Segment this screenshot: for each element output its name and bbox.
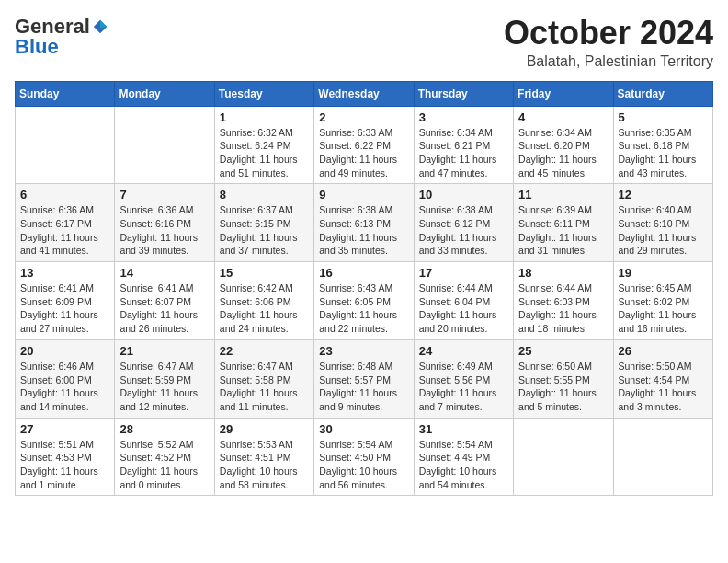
day-info: Sunrise: 5:54 AMSunset: 4:50 PMDaylight:… [319,438,408,492]
day-info: Sunrise: 6:43 AMSunset: 6:05 PMDaylight:… [319,282,408,336]
day-number: 26 [619,344,708,358]
calendar-cell: 28Sunrise: 5:52 AMSunset: 4:52 PMDayligh… [115,418,214,496]
calendar-cell: 15Sunrise: 6:42 AMSunset: 6:06 PMDayligh… [214,262,313,340]
day-info: Sunrise: 6:47 AMSunset: 5:59 PMDaylight:… [119,360,209,414]
calendar-cell: 11Sunrise: 6:39 AMSunset: 6:11 PMDayligh… [514,184,613,262]
day-info: Sunrise: 6:33 AMSunset: 6:22 PMDaylight:… [319,126,408,180]
calendar-cell: 7Sunrise: 6:36 AMSunset: 6:16 PMDaylight… [115,184,214,262]
day-number: 10 [419,188,508,201]
day-info: Sunrise: 6:38 AMSunset: 6:12 PMDaylight:… [419,203,508,258]
day-number: 14 [119,266,209,280]
calendar-cell [16,106,115,184]
day-info: Sunrise: 6:32 AMSunset: 6:24 PMDaylight:… [220,126,309,180]
title-section: October 2024 Balatah, Palestinian Territ… [504,15,713,70]
logo: General Blue [15,15,108,59]
calendar-week-5: 27Sunrise: 5:51 AMSunset: 4:53 PMDayligh… [16,418,713,496]
day-info: Sunrise: 5:51 AMSunset: 4:53 PMDaylight:… [20,438,109,492]
day-info: Sunrise: 5:50 AMSunset: 4:54 PMDaylight:… [619,360,708,414]
day-info: Sunrise: 6:46 AMSunset: 6:00 PMDaylight:… [20,360,109,414]
day-info: Sunrise: 6:37 AMSunset: 6:15 PMDaylight:… [220,203,309,258]
calendar-cell: 25Sunrise: 6:50 AMSunset: 5:55 PMDayligh… [514,339,613,418]
weekday-header-saturday: Saturday [613,81,712,106]
day-number: 17 [419,266,508,280]
weekday-header-thursday: Thursday [414,81,513,106]
day-info: Sunrise: 5:53 AMSunset: 4:51 PMDaylight:… [220,438,309,492]
calendar-cell: 18Sunrise: 6:44 AMSunset: 6:03 PMDayligh… [514,262,613,340]
day-number: 1 [220,110,309,124]
calendar-cell [115,106,214,184]
calendar-cell: 20Sunrise: 6:46 AMSunset: 6:00 PMDayligh… [16,339,115,418]
day-number: 23 [319,344,408,358]
day-number: 21 [119,344,209,358]
calendar-cell: 12Sunrise: 6:40 AMSunset: 6:10 PMDayligh… [613,184,712,262]
logo-blue: Blue [15,35,59,59]
calendar-cell: 4Sunrise: 6:34 AMSunset: 6:20 PMDaylight… [514,106,613,184]
day-info: Sunrise: 5:52 AMSunset: 4:52 PMDaylight:… [119,438,209,492]
calendar-cell: 8Sunrise: 6:37 AMSunset: 6:15 PMDaylight… [214,184,313,262]
calendar-cell: 1Sunrise: 6:32 AMSunset: 6:24 PMDaylight… [214,106,313,184]
calendar-cell: 10Sunrise: 6:38 AMSunset: 6:12 PMDayligh… [414,184,513,262]
calendar-week-4: 20Sunrise: 6:46 AMSunset: 6:00 PMDayligh… [16,339,713,418]
day-info: Sunrise: 6:47 AMSunset: 5:58 PMDaylight:… [220,360,309,414]
calendar-cell: 22Sunrise: 6:47 AMSunset: 5:58 PMDayligh… [214,339,313,418]
calendar-cell: 21Sunrise: 6:47 AMSunset: 5:59 PMDayligh… [115,339,214,418]
weekday-header-monday: Monday [115,81,214,106]
day-number: 27 [20,422,109,436]
day-info: Sunrise: 6:48 AMSunset: 5:57 PMDaylight:… [319,360,408,414]
day-number: 28 [119,422,209,436]
day-info: Sunrise: 6:41 AMSunset: 6:09 PMDaylight:… [20,282,109,336]
calendar-cell: 2Sunrise: 6:33 AMSunset: 6:22 PMDaylight… [314,106,414,184]
day-number: 5 [619,110,708,124]
location-title: Balatah, Palestinian Territory [504,53,713,70]
day-number: 6 [20,188,109,201]
day-number: 4 [518,110,608,124]
day-number: 9 [319,188,408,201]
calendar-week-3: 13Sunrise: 6:41 AMSunset: 6:09 PMDayligh… [16,262,713,340]
day-info: Sunrise: 6:44 AMSunset: 6:03 PMDaylight:… [518,282,608,336]
calendar-cell: 3Sunrise: 6:34 AMSunset: 6:21 PMDaylight… [414,106,513,184]
day-info: Sunrise: 6:35 AMSunset: 6:18 PMDaylight:… [619,126,708,180]
calendar-cell: 31Sunrise: 5:54 AMSunset: 4:49 PMDayligh… [414,418,513,496]
day-number: 12 [619,188,708,201]
day-number: 20 [20,344,109,358]
day-info: Sunrise: 6:34 AMSunset: 6:20 PMDaylight:… [518,126,608,180]
day-info: Sunrise: 6:49 AMSunset: 5:56 PMDaylight:… [419,360,508,414]
calendar-cell: 19Sunrise: 6:45 AMSunset: 6:02 PMDayligh… [613,262,712,340]
calendar-cell: 9Sunrise: 6:38 AMSunset: 6:13 PMDaylight… [314,184,414,262]
calendar-body: 1Sunrise: 6:32 AMSunset: 6:24 PMDaylight… [16,106,713,496]
calendar-cell: 13Sunrise: 6:41 AMSunset: 6:09 PMDayligh… [16,262,115,340]
weekday-header-friday: Friday [514,81,613,106]
page-header: General Blue October 2024 Balatah, Pales… [15,15,713,70]
day-number: 30 [319,422,408,436]
day-info: Sunrise: 6:40 AMSunset: 6:10 PMDaylight:… [619,203,708,258]
calendar-cell: 16Sunrise: 6:43 AMSunset: 6:05 PMDayligh… [314,262,414,340]
weekday-header-wednesday: Wednesday [314,81,414,106]
day-number: 24 [419,344,508,358]
month-title: October 2024 [504,15,713,52]
weekday-header-row: SundayMondayTuesdayWednesdayThursdayFrid… [16,81,713,106]
day-number: 3 [419,110,508,124]
calendar-cell: 26Sunrise: 5:50 AMSunset: 4:54 PMDayligh… [613,339,712,418]
day-info: Sunrise: 6:41 AMSunset: 6:07 PMDaylight:… [119,282,209,336]
day-info: Sunrise: 6:39 AMSunset: 6:11 PMDaylight:… [518,203,608,258]
day-info: Sunrise: 6:42 AMSunset: 6:06 PMDaylight:… [220,282,309,336]
day-info: Sunrise: 6:36 AMSunset: 6:17 PMDaylight:… [20,203,109,258]
day-info: Sunrise: 6:38 AMSunset: 6:13 PMDaylight:… [319,203,408,258]
day-number: 22 [220,344,309,358]
day-number: 7 [119,188,209,201]
day-number: 16 [319,266,408,280]
day-info: Sunrise: 6:50 AMSunset: 5:55 PMDaylight:… [518,360,608,414]
calendar-week-1: 1Sunrise: 6:32 AMSunset: 6:24 PMDaylight… [16,106,713,184]
day-number: 15 [220,266,309,280]
day-info: Sunrise: 6:34 AMSunset: 6:21 PMDaylight:… [419,126,508,180]
calendar-cell: 5Sunrise: 6:35 AMSunset: 6:18 PMDaylight… [613,106,712,184]
day-info: Sunrise: 6:44 AMSunset: 6:04 PMDaylight:… [419,282,508,336]
calendar-week-2: 6Sunrise: 6:36 AMSunset: 6:17 PMDaylight… [16,184,713,262]
day-info: Sunrise: 5:54 AMSunset: 4:49 PMDaylight:… [419,438,508,492]
day-number: 8 [220,188,309,201]
day-info: Sunrise: 6:36 AMSunset: 6:16 PMDaylight:… [119,203,209,258]
calendar-cell: 23Sunrise: 6:48 AMSunset: 5:57 PMDayligh… [314,339,414,418]
calendar-cell [514,418,613,496]
day-number: 2 [319,110,408,124]
day-number: 19 [619,266,708,280]
